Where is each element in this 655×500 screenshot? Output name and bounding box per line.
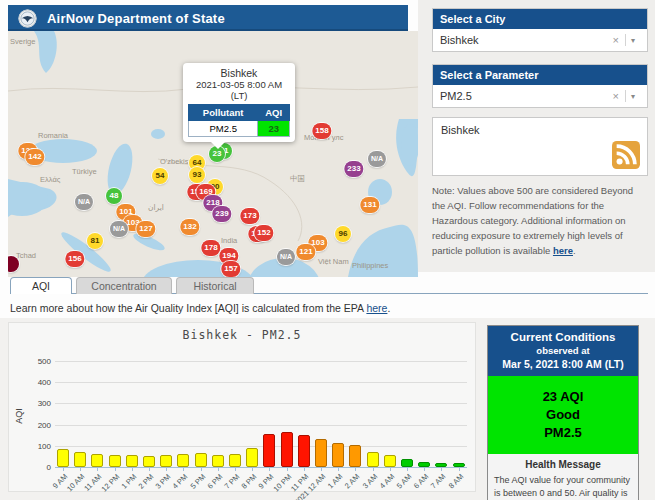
current-conditions-panel: Current Conditions observed at Mar 5, 20… <box>487 325 639 500</box>
map-marker-152[interactable]: 152 <box>254 225 273 241</box>
epa-here-link[interactable]: here <box>366 302 387 314</box>
chart-tabs: AQI Concentration Historical <box>10 277 648 294</box>
chart-x-tick <box>97 468 98 471</box>
conditions-aqi-value: 23 AQI <box>490 388 636 406</box>
chart-bar <box>367 452 379 467</box>
map-marker-81[interactable]: 81 <box>87 233 103 249</box>
map-marker-54[interactable]: 54 <box>152 168 168 184</box>
conditions-datetime: Mar 5, 2021 8:00 AM (LT) <box>490 358 636 370</box>
map-label: Philippines <box>352 261 388 270</box>
map-marker-na[interactable]: N/A <box>277 249 295 265</box>
chart-y-tick-label: 0 <box>15 463 51 472</box>
chart-x-tick <box>132 468 133 471</box>
chart-x-tick <box>149 468 150 471</box>
chart-x-tick <box>252 468 253 471</box>
chart-x-tick <box>183 468 184 471</box>
note-text: Note: Values above 500 are considered Be… <box>432 185 633 256</box>
chart-x-tick <box>355 468 356 471</box>
parameter-dropdown-value: PM2.5 <box>440 90 607 102</box>
app-title: AirNow Department of State <box>47 11 225 26</box>
map-marker-na[interactable]: N/A <box>110 221 128 237</box>
chart-bar <box>246 448 258 467</box>
chart-y-tick-label: 200 <box>15 421 51 430</box>
map-label: India <box>221 236 237 245</box>
page: AirNow Department of State <box>0 0 655 500</box>
map-marker-132[interactable]: 132 <box>180 219 199 235</box>
map-marker-158[interactable]: 158 <box>312 123 331 139</box>
chart-x-tick <box>80 468 81 471</box>
note-here-link[interactable]: here <box>553 245 573 256</box>
rss-feed-box: Bishkek <box>432 117 648 176</box>
map-marker-121[interactable]: 121 <box>296 244 315 260</box>
conditions-header: Current Conditions observed at Mar 5, 20… <box>488 326 638 376</box>
chart-gridline <box>55 425 467 426</box>
map-marker-178[interactable]: 178 <box>201 240 220 256</box>
chart-x-tick <box>321 468 322 471</box>
aqi-bar-chart: Bishkek - PM2.5 AQI 01002003004005009 AM… <box>8 322 476 492</box>
chevron-down-icon[interactable]: ▾ <box>626 92 640 101</box>
rss-icon[interactable] <box>612 141 640 169</box>
map-marker-233[interactable]: 233 <box>344 161 363 177</box>
chart-bar <box>177 454 189 467</box>
popup-col-pollutant: Pollutant <box>189 105 258 121</box>
chart-x-tick <box>441 468 442 471</box>
select-parameter-panel: Select a Parameter PM2.5 × ▾ <box>432 64 648 108</box>
chart-bar <box>298 435 310 467</box>
map-label: Sverige <box>10 37 35 46</box>
map-marker-157[interactable]: 157 <box>221 261 240 277</box>
chevron-down-icon[interactable]: ▾ <box>626 36 640 45</box>
map-marker-na[interactable]: N/A <box>368 151 386 167</box>
chart-y-tick-label: 300 <box>15 399 51 408</box>
parameter-clear-icon[interactable]: × <box>607 90 625 102</box>
chart-x-tick <box>269 468 270 471</box>
chart-gridline <box>55 361 467 362</box>
parameter-dropdown[interactable]: PM2.5 × ▾ <box>433 85 647 107</box>
popup-arrow <box>211 142 225 149</box>
map-marker-na[interactable]: N/A <box>75 194 93 210</box>
chart-bar <box>418 462 430 467</box>
chart-bar <box>315 439 327 467</box>
select-parameter-header: Select a Parameter <box>433 65 647 85</box>
popup-aqi-value: 23 <box>258 121 290 137</box>
chart-y-tick-label: 100 <box>15 442 51 451</box>
map-marker-96[interactable]: 96 <box>335 226 351 242</box>
map-label: Türkiye <box>72 167 97 176</box>
map-label: ايران <box>148 203 164 212</box>
popup-pollutant-value: PM2.5 <box>189 121 258 137</box>
map-marker-131[interactable]: 131 <box>360 197 379 213</box>
rss-city-label: Bishkek <box>441 124 480 136</box>
map-marker-127[interactable]: 127 <box>136 221 155 237</box>
city-clear-icon[interactable]: × <box>607 34 625 46</box>
tab-aqi[interactable]: AQI <box>10 277 72 294</box>
chart-x-tick <box>459 468 460 471</box>
beyond-aqi-note: Note: Values above 500 are considered Be… <box>432 183 648 258</box>
tab-historical[interactable]: Historical <box>176 277 254 294</box>
map-marker-239[interactable]: 239 <box>212 206 231 222</box>
chart-x-tick <box>218 468 219 471</box>
chart-x-tick <box>287 468 288 471</box>
chart-x-tick <box>63 468 64 471</box>
tab-concentration[interactable]: Concentration <box>76 277 172 294</box>
map-marker-48[interactable]: 48 <box>106 188 122 204</box>
aqi-map[interactable]: SverigeRomaniaΕλλάςTürkiyeO'zbekistonاير… <box>8 31 418 277</box>
map-marker-142[interactable]: 142 <box>25 149 44 165</box>
map-marker-156[interactable]: 156 <box>65 251 84 267</box>
city-dropdown[interactable]: Bishkek × ▾ <box>433 29 647 51</box>
conditions-title: Current Conditions <box>490 331 636 343</box>
chart-bar <box>109 455 121 467</box>
select-city-header: Select a City <box>433 9 647 29</box>
chart-bar <box>281 432 293 467</box>
conditions-observed-at: observed at <box>490 345 636 356</box>
chart-gridline <box>55 403 467 404</box>
chart-bar <box>126 455 138 467</box>
health-message-text: The AQI value for your community is betw… <box>494 474 632 500</box>
map-label: Romania <box>38 131 68 140</box>
conditions-aqi-block: 23 AQI Good PM2.5 <box>488 376 638 454</box>
chart-bar <box>57 449 69 467</box>
chart-x-tick <box>166 468 167 471</box>
chart-bar <box>332 443 344 467</box>
map-marker-173[interactable]: 173 <box>240 208 259 224</box>
map-label: Ελλάς <box>40 175 60 184</box>
chart-bar <box>453 463 465 467</box>
map-marker-93[interactable]: 93 <box>189 167 205 183</box>
